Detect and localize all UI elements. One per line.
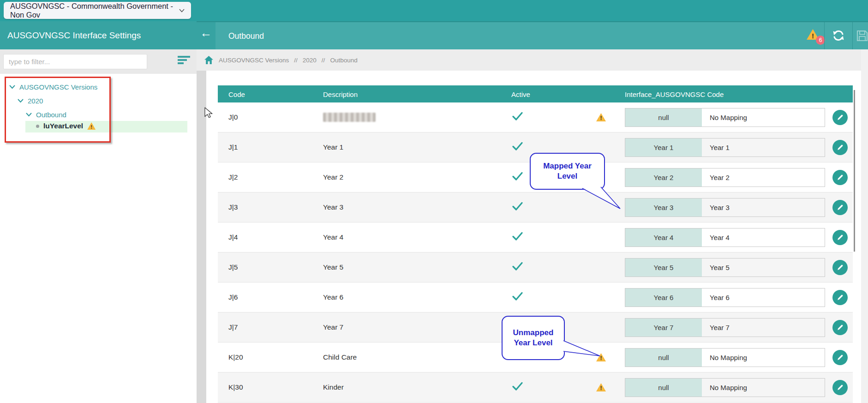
- breadcrumb-item[interactable]: Outbound: [330, 57, 357, 64]
- row-code: J|2: [228, 173, 238, 181]
- row-description: Year 6: [323, 293, 343, 301]
- mapped-label: Year 2: [702, 168, 825, 186]
- save-icon-disabled[interactable]: [856, 30, 868, 44]
- active-check-icon: [511, 202, 523, 213]
- row-description: Year 2: [323, 173, 343, 181]
- edit-button[interactable]: [832, 290, 848, 305]
- edit-button[interactable]: [832, 110, 848, 125]
- mapped-code: Year 5: [625, 259, 702, 277]
- edit-button[interactable]: [832, 140, 848, 155]
- warning-icon: [596, 353, 606, 361]
- breadcrumb-item[interactable]: 2020: [303, 57, 317, 64]
- mapped-code: Year 3: [625, 198, 702, 217]
- row-code: J|4: [228, 233, 238, 241]
- mapping-field[interactable]: nullNo Mapping: [625, 378, 825, 397]
- home-icon[interactable]: [204, 55, 214, 65]
- mapped-code: Year 1: [625, 138, 702, 156]
- edit-button[interactable]: [832, 380, 848, 395]
- page-header: Outbound 6: [216, 22, 868, 49]
- callout-text: Unmapped Year Level: [513, 328, 554, 348]
- edit-button[interactable]: [832, 200, 848, 215]
- mapping-field[interactable]: Year 3Year 3: [625, 198, 825, 217]
- app-window: AUSGOVNGSC - Commonwealth Government - N…: [0, 0, 868, 403]
- table-row: J|0nullNo Mapping: [218, 102, 853, 132]
- mapped-code: null: [625, 349, 702, 367]
- mapped-code: Year 4: [625, 229, 702, 247]
- mapping-field[interactable]: nullNo Mapping: [625, 108, 825, 127]
- active-check-icon: [511, 232, 523, 243]
- toolbar-divider: [824, 22, 825, 49]
- refresh-button[interactable]: [832, 29, 845, 42]
- row-code: K|20: [228, 353, 243, 361]
- toolbar-divider: [852, 22, 853, 49]
- annotation-red-rectangle: [5, 77, 111, 143]
- table-row: J|3Year 3Year 3Year 3: [218, 192, 853, 223]
- mapping-field[interactable]: Year 6Year 6: [625, 288, 825, 307]
- breadcrumb-separator: //: [294, 57, 298, 64]
- mapped-label: Year 4: [702, 229, 825, 247]
- column-header-code: Code: [228, 90, 245, 98]
- mapping-field[interactable]: Year 4Year 4: [625, 228, 825, 247]
- chevron-down-icon: [179, 9, 185, 12]
- mapped-label: Year 1: [702, 138, 825, 156]
- mapped-code: null: [625, 108, 702, 126]
- row-description: Year 4: [323, 233, 343, 241]
- table-header: Code Description Active Interface_AUSGOV…: [218, 85, 853, 102]
- page-title: Outbound: [228, 31, 264, 41]
- column-header-interface-code: Interface_AUSGOVNGSC Code: [625, 90, 724, 98]
- sort-filter-icon[interactable]: [178, 56, 191, 66]
- edit-button[interactable]: [832, 320, 848, 335]
- mapping-field[interactable]: Year 5Year 5: [625, 258, 825, 277]
- row-code: J|3: [228, 203, 238, 211]
- callout-mapped-year-level: Mapped Year Level: [530, 153, 605, 190]
- mapping-field[interactable]: nullNo Mapping: [625, 348, 825, 367]
- back-button[interactable]: ←: [197, 22, 216, 49]
- edit-button[interactable]: [832, 230, 848, 245]
- edit-button[interactable]: [832, 170, 848, 185]
- breadcrumb: AUSGOVNGSC Versions // 2020 // Outbound: [197, 49, 868, 71]
- school-selector-label: AUSGOVNGSC - Commonwealth Government - N…: [10, 2, 179, 19]
- row-code: K|30: [228, 383, 243, 391]
- sidebar-title: AUSGOVNGSC Interface Settings: [7, 30, 141, 41]
- edit-button[interactable]: [832, 260, 848, 275]
- mapping-field[interactable]: Year 1Year 1: [625, 138, 825, 157]
- mapping-field[interactable]: Year 7Year 7: [625, 318, 825, 337]
- active-check-icon: [511, 292, 523, 303]
- mapping-field[interactable]: Year 2Year 2: [625, 168, 825, 187]
- active-check-icon: [511, 112, 523, 123]
- mapped-label: No Mapping: [702, 349, 825, 367]
- column-header-active: Active: [511, 90, 530, 98]
- breadcrumb-separator: //: [322, 57, 325, 64]
- row-description: Kinder: [323, 383, 344, 391]
- callout-unmapped-year-level: Unmapped Year Level: [502, 316, 565, 360]
- mapped-code: Year 7: [625, 319, 702, 337]
- page-scrollbar-track[interactable]: [861, 49, 868, 403]
- warning-count-badge: 6: [816, 36, 825, 45]
- row-description: Year 5: [323, 263, 343, 271]
- row-description: Year 7: [323, 323, 343, 331]
- warning-icon: [596, 113, 606, 121]
- warning-icon: [596, 383, 606, 391]
- row-description: Year 3: [323, 203, 343, 211]
- callout-text: Mapped Year Level: [543, 161, 592, 181]
- breadcrumb-item[interactable]: AUSGOVNGSC Versions: [219, 57, 289, 64]
- row-description: Year 1: [323, 143, 343, 151]
- edit-button[interactable]: [832, 350, 848, 365]
- mapped-label: Year 3: [702, 198, 825, 217]
- table-row: J|6Year 6Year 6Year 6: [218, 283, 853, 313]
- mapped-code: Year 2: [625, 168, 702, 186]
- row-code: J|6: [228, 293, 238, 301]
- active-check-icon: [511, 142, 523, 153]
- panel-splitter[interactable]: [197, 71, 206, 403]
- table-scrollbar-thumb[interactable]: [854, 90, 855, 252]
- mapped-code: null: [625, 379, 702, 397]
- filter-input[interactable]: [3, 54, 147, 69]
- mapped-label: Year 5: [702, 259, 825, 277]
- mapped-label: No Mapping: [702, 108, 825, 126]
- active-check-icon: [511, 382, 523, 393]
- row-code: J|7: [228, 323, 238, 331]
- school-selector-dropdown[interactable]: AUSGOVNGSC - Commonwealth Government - N…: [4, 2, 191, 19]
- back-arrow-icon: ←: [200, 27, 212, 39]
- row-code: J|5: [228, 263, 238, 271]
- row-description: Child Care: [323, 353, 357, 361]
